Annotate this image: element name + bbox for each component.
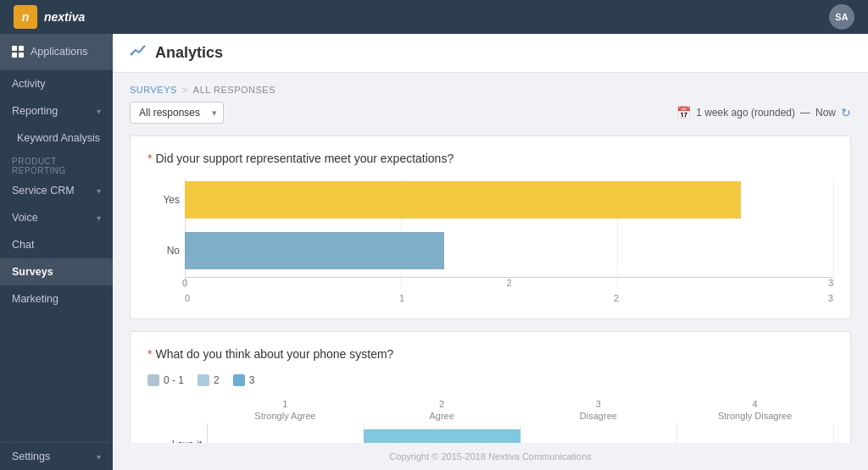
q1-x-label-0: 0 [182, 278, 187, 288]
breadcrumb-sep: > [182, 85, 188, 95]
q2-bar-love [364, 429, 520, 443]
q2-x-label-4: 4Strongly Disagree [676, 398, 833, 423]
q1-bars: Yes No 0 2 3 [185, 179, 833, 288]
legend-item-3: 3 [233, 374, 255, 386]
sidebar-item-keyword-analysis[interactable]: Keyword Analysis [0, 124, 113, 152]
legend-dot-0 [147, 374, 159, 386]
legend-item-2: 2 [198, 374, 220, 386]
avatar[interactable]: SA [829, 4, 854, 30]
chevron-icon-settings: ▾ [97, 452, 101, 462]
legend-dot-2 [198, 374, 209, 386]
analytics-title: Analytics [155, 44, 223, 62]
breadcrumb-surveys[interactable]: SURVEYS [130, 85, 177, 95]
sidebar-item-reporting[interactable]: Reporting ▾ [0, 97, 113, 124]
analytics-header: Analytics [113, 34, 868, 73]
legend-label-3: 3 [249, 374, 255, 386]
q1-x-axis: 0 2 3 [185, 277, 833, 288]
logo-text: n [22, 10, 30, 24]
sidebar: Applications Activity Reporting ▾ Keywor… [0, 34, 113, 470]
breadcrumb: SURVEYS > ALL RESPONSES [130, 85, 851, 95]
svg-point-0 [131, 53, 133, 56]
legend-label-2: 2 [214, 374, 220, 386]
top-nav: n nextiva SA [0, 0, 868, 34]
legend-label-0: 0 - 1 [164, 374, 184, 386]
q2-x-axis-labels: 1Strongly Agree 2Agree 3Disagree 4Strong… [207, 398, 833, 423]
legend-item-0: 0 - 1 [147, 374, 184, 386]
q1-x-label-3: 3 [828, 278, 833, 288]
logo-box: n [14, 5, 37, 29]
grid-icon [12, 46, 24, 58]
sidebar-item-settings[interactable]: Settings ▾ [0, 442, 113, 470]
q2-x-label-2: 2Agree [364, 398, 520, 423]
all-responses-select[interactable]: All responses [130, 102, 224, 124]
sidebar-item-label-settings: Settings [12, 451, 50, 462]
sidebar-item-label-service-crm: Service CRM [12, 185, 75, 196]
chevron-icon-voice: ▾ [97, 213, 101, 223]
question-1-card: *Did your support representative meet yo… [130, 135, 851, 319]
q2-legend: 0 - 1 2 3 [147, 374, 833, 386]
q1-row-yes: Yes [185, 179, 833, 221]
sidebar-item-chat[interactable]: Chat [0, 231, 113, 258]
app-body: Applications Activity Reporting ▾ Keywor… [0, 34, 868, 470]
required-star-2: * [147, 347, 152, 361]
date-range: 📅 1 week ago (rounded) — Now ↻ [676, 106, 851, 119]
q2-label-love: Love it [147, 439, 202, 443]
q2-row-love: Love it [207, 428, 833, 443]
q1-row-no: No [185, 229, 833, 272]
date-range-sep: — [800, 107, 810, 119]
calendar-icon: 📅 [676, 106, 691, 119]
sidebar-item-marketing[interactable]: Marketing [0, 285, 113, 312]
sidebar-item-surveys[interactable]: Surveys [0, 258, 113, 285]
sidebar-item-label-applications: Applications [31, 46, 87, 58]
filter-select-wrap: All responses [130, 102, 224, 124]
q2-x-label-1: 1Strongly Agree [207, 398, 364, 423]
legend-dot-3 [233, 374, 245, 386]
q1-label-yes: Yes [147, 194, 180, 206]
refresh-icon[interactable]: ↻ [841, 106, 851, 119]
logo-wordmark: nextiva [44, 10, 85, 24]
q1-bar-yes [185, 181, 741, 218]
q2-x-label-3: 3Disagree [520, 398, 677, 423]
chevron-icon-reporting: ▾ [97, 107, 101, 116]
sidebar-item-applications[interactable]: Applications [0, 34, 113, 69]
sidebar-item-label-activity: Activity [12, 78, 46, 90]
question-2-card: *What do you think about your phone syst… [130, 331, 851, 443]
required-star-1: * [147, 152, 152, 165]
footer-text: Copyright © 2015-2018 Nextiva Communicat… [389, 451, 592, 462]
q2-chart: 1Strongly Agree 2Agree 3Disagree 4Strong… [147, 398, 833, 443]
q1-chart: Yes No 0 2 3 [147, 179, 833, 312]
q1-bar-no [185, 232, 444, 269]
sidebar-item-service-crm[interactable]: Service CRM ▾ [0, 177, 113, 204]
sidebar-item-activity[interactable]: Activity [0, 70, 113, 97]
sidebar-item-label-chat: Chat [12, 239, 34, 251]
date-range-start: 1 week ago (rounded) [696, 107, 795, 119]
logo-area: n nextiva [14, 5, 85, 29]
question-1-title: *Did your support representative meet yo… [147, 152, 833, 165]
sidebar-item-label-voice: Voice [12, 212, 38, 224]
q1-x-label-2: 2 [506, 278, 511, 288]
sidebar-item-label-marketing: Marketing [12, 293, 58, 305]
product-reporting-header: PRODUCT REPORTING [0, 152, 113, 177]
analytics-icon [130, 42, 147, 64]
date-range-end: Now [815, 107, 836, 119]
main-content: Analytics SURVEYS > ALL RESPONSES All re… [113, 34, 868, 470]
sidebar-item-label-surveys: Surveys [12, 266, 53, 278]
footer: Copyright © 2015-2018 Nextiva Communicat… [113, 443, 868, 470]
question-2-title: *What do you think about your phone syst… [147, 347, 833, 361]
filter-bar: All responses 📅 1 week ago (rounded) — N… [130, 102, 851, 124]
breadcrumb-all-responses: ALL RESPONSES [193, 85, 275, 95]
sidebar-item-voice[interactable]: Voice ▾ [0, 204, 113, 231]
chevron-icon-service-crm: ▾ [97, 186, 101, 196]
content-area: SURVEYS > ALL RESPONSES All responses 📅 … [113, 73, 868, 443]
sidebar-item-label-reporting: Reporting [12, 105, 58, 117]
sidebar-item-label-keyword: Keyword Analysis [17, 132, 100, 144]
q1-label-no: No [147, 245, 180, 257]
